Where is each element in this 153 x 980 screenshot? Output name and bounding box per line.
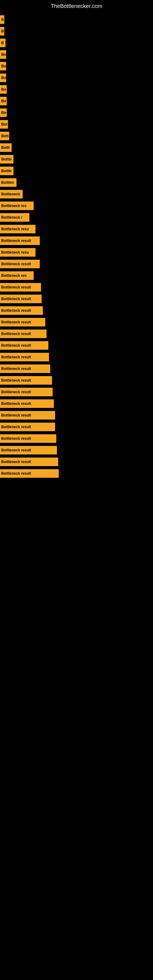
result-bar: Bottleneck result bbox=[0, 306, 43, 315]
bar-row: Bottleneck result bbox=[0, 317, 153, 328]
bars-container: BBBBoBoBoBoBoBoBotBottBottlBottleBottleB… bbox=[0, 11, 153, 483]
result-bar: Bottleneck res bbox=[0, 202, 33, 210]
bar-row: Bottleneck res bbox=[0, 270, 153, 281]
bar-label: Bottleneck result bbox=[1, 309, 31, 313]
bar-label: Bottleneck result bbox=[1, 285, 31, 290]
result-bar: Bottleneck res bbox=[0, 271, 33, 280]
result-bar: Bottleneck result bbox=[0, 329, 46, 338]
result-bar: Bottleneck result bbox=[0, 294, 41, 303]
result-bar: Bottleneck result bbox=[0, 458, 58, 466]
bar-label: Bottleneck result bbox=[1, 367, 31, 371]
bar-row: Bottleneck result bbox=[0, 328, 153, 339]
bar-label: Bottleneck result bbox=[1, 320, 31, 324]
bar-label: Bottlen bbox=[1, 180, 14, 185]
result-bar: Bo bbox=[0, 62, 6, 70]
bar-row: Bo bbox=[0, 107, 153, 118]
result-bar: Bottleneck result bbox=[0, 388, 53, 396]
result-bar: Bottleneck result bbox=[0, 376, 52, 385]
result-bar: Bo bbox=[0, 50, 6, 59]
bar-row: Bottle bbox=[0, 154, 153, 165]
result-bar: Bottleneck result bbox=[0, 318, 45, 326]
bar-row: Bottleneck result bbox=[0, 352, 153, 363]
result-bar: Bottle bbox=[0, 155, 13, 164]
result-bar: B bbox=[0, 38, 5, 47]
result-bar: Bottleneck resu bbox=[0, 248, 35, 257]
bar-label: Bottleneck result bbox=[1, 436, 31, 441]
result-bar: Bottleneck result bbox=[0, 236, 40, 245]
bar-row: Bo bbox=[0, 84, 153, 95]
bar-label: B bbox=[1, 18, 4, 22]
result-bar: Bot bbox=[0, 120, 8, 129]
bar-label: Bott bbox=[1, 134, 9, 138]
bar-label: Bottle bbox=[1, 157, 12, 161]
bar-label: Bottleneck result bbox=[1, 262, 31, 266]
bar-label: Bottleneck resu bbox=[1, 250, 29, 255]
bar-label: Bottleneck resu bbox=[1, 227, 29, 231]
bar-row: Bottleneck bbox=[0, 189, 153, 200]
bar-row: Bottleneck res bbox=[0, 200, 153, 211]
result-bar: Bo bbox=[0, 73, 6, 82]
bar-row: Bottleneck result bbox=[0, 340, 153, 351]
bar-row: Bottleneck result bbox=[0, 445, 153, 456]
result-bar: Bottleneck result bbox=[0, 423, 55, 431]
bar-label: Bottleneck result bbox=[1, 460, 31, 464]
result-bar: Bottleneck result bbox=[0, 446, 57, 455]
bar-label: Bottleneck result bbox=[1, 425, 31, 429]
bar-label: Bottleneck result bbox=[1, 332, 31, 336]
bar-label: Bottleneck result bbox=[1, 448, 31, 452]
result-bar: Bottle bbox=[0, 167, 13, 175]
bar-row: B bbox=[0, 14, 153, 25]
bar-row: Bo bbox=[0, 72, 153, 83]
result-bar: Bott bbox=[0, 132, 9, 140]
result-bar: Bottleneck result bbox=[0, 260, 40, 268]
bar-row: Bottleneck result bbox=[0, 387, 153, 398]
result-bar: Bottleneck result bbox=[0, 411, 55, 420]
result-bar: B bbox=[0, 27, 4, 35]
bar-label: Bo bbox=[1, 64, 6, 68]
bar-label: Bo bbox=[1, 52, 6, 57]
bar-row: B bbox=[0, 37, 153, 48]
bar-row: Bottleneck r bbox=[0, 212, 153, 223]
bar-label: B bbox=[1, 41, 4, 45]
result-bar: Bottleneck result bbox=[0, 434, 56, 443]
bar-label: Bottleneck result bbox=[1, 355, 31, 359]
bar-row: Bottleneck result bbox=[0, 433, 153, 444]
result-bar: Bo bbox=[0, 85, 7, 94]
result-bar: Bottleneck result bbox=[0, 353, 49, 361]
bar-row: B bbox=[0, 26, 153, 37]
bar-row: Bo bbox=[0, 95, 153, 107]
bar-row: Bot bbox=[0, 119, 153, 130]
bar-row: Bottleneck result bbox=[0, 398, 153, 409]
bar-row: Bottleneck result bbox=[0, 258, 153, 269]
result-bar: Bottleneck r bbox=[0, 213, 29, 222]
bar-label: Bottleneck result bbox=[1, 239, 31, 243]
result-bar: Bottleneck result bbox=[0, 364, 50, 373]
bar-label: Bottleneck res bbox=[1, 204, 27, 208]
bar-label: Bot bbox=[1, 122, 7, 126]
bar-label: Bottleneck result bbox=[1, 378, 31, 382]
result-bar: Bottleneck bbox=[0, 190, 22, 199]
bar-row: Bottleneck result bbox=[0, 410, 153, 421]
result-bar: Bottleneck result bbox=[0, 399, 54, 408]
bar-row: Bo bbox=[0, 49, 153, 60]
result-bar: Bo bbox=[0, 97, 7, 105]
bar-row: Bottleneck resu bbox=[0, 247, 153, 258]
bar-row: Bottleneck result bbox=[0, 293, 153, 304]
result-bar: B bbox=[0, 15, 4, 24]
bar-label: Bottl bbox=[1, 145, 10, 150]
bar-row: Bott bbox=[0, 130, 153, 142]
bar-label: Bottleneck result bbox=[1, 390, 31, 394]
bar-label: Bottleneck result bbox=[1, 401, 31, 406]
result-bar: Bottlen bbox=[0, 178, 16, 187]
result-bar: Bottleneck result bbox=[0, 283, 41, 291]
bar-label: Bo bbox=[1, 99, 6, 103]
bar-label: Bottleneck bbox=[1, 192, 20, 196]
bar-label: Bottleneck result bbox=[1, 343, 31, 348]
bar-label: Bo bbox=[1, 111, 6, 115]
bar-row: Bottleneck result bbox=[0, 305, 153, 316]
bar-row: Bottleneck result bbox=[0, 456, 153, 467]
bar-row: Bottleneck result bbox=[0, 363, 153, 374]
bar-row: Bottleneck result bbox=[0, 468, 153, 479]
bar-row: Bottl bbox=[0, 142, 153, 153]
bar-row: Bottleneck result bbox=[0, 282, 153, 293]
